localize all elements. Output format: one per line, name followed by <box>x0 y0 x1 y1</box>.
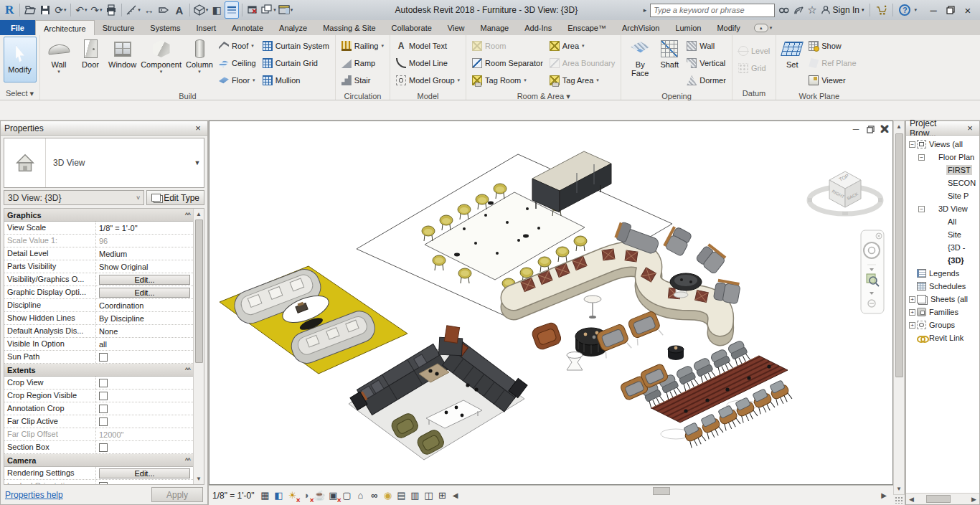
ribbon-button[interactable]: Component ▾ <box>139 37 183 73</box>
scroll-left-icon[interactable]: ◀ <box>450 491 461 499</box>
chevron-down-icon[interactable]: ▾ <box>862 7 864 13</box>
ribbon-button[interactable]: Ref Plane <box>806 55 858 72</box>
checkbox[interactable] <box>99 443 108 452</box>
browser-item[interactable]: Sheets (all <box>906 293 979 306</box>
help-icon[interactable]: ? <box>899 4 910 16</box>
ribbon-button[interactable]: Ramp▾ <box>339 55 386 72</box>
expand-toggle-icon[interactable] <box>918 206 925 212</box>
ribbon-button[interactable]: Railing▾ <box>339 37 386 55</box>
scroll-thumb[interactable] <box>895 133 903 377</box>
search-icon[interactable] <box>778 2 789 18</box>
temporary-hide-isolate-icon[interactable] <box>368 489 381 502</box>
browser-item[interactable]: Revit Link <box>906 331 979 344</box>
revit-logo-icon[interactable]: R <box>2 3 17 17</box>
thin-lines-icon[interactable] <box>225 1 239 19</box>
default-3d-view-icon[interactable]: ▾ <box>193 1 209 19</box>
section-header[interactable]: Graphics^^ <box>4 209 193 222</box>
expand-toggle-icon[interactable] <box>909 322 915 329</box>
ribbon-tab[interactable]: Manage <box>472 20 517 35</box>
ribbon-button[interactable]: Wall <box>684 37 728 55</box>
apply-button[interactable]: Apply <box>151 487 203 502</box>
ribbon-button[interactable]: Stair▾ <box>339 72 386 89</box>
expand-toggle-icon[interactable] <box>909 141 915 148</box>
tag-by-category-icon[interactable] <box>157 1 171 19</box>
lounge-chair[interactable] <box>695 242 727 275</box>
measure-icon[interactable]: ▾ <box>125 1 141 19</box>
print-icon[interactable] <box>104 1 118 19</box>
instance-selector[interactable]: 3D View: {3D}˅ <box>4 190 144 205</box>
section-header[interactable]: Camera^^ <box>4 454 193 467</box>
cylinder-side-table[interactable] <box>668 346 684 360</box>
shadows-icon[interactable] <box>300 489 313 502</box>
ribbon-button[interactable]: Roof▾ <box>217 37 258 55</box>
expand-toggle-icon[interactable] <box>909 309 915 316</box>
help-chevron-icon[interactable]: ▾ <box>914 7 917 13</box>
property-row[interactable]: Discipline Coordination Coordination <box>4 299 193 312</box>
locked-3d-view-icon[interactable] <box>354 489 367 502</box>
close-icon[interactable]: × <box>192 123 204 133</box>
ribbon-button[interactable]: Wall ▾ <box>44 37 74 73</box>
edit-button[interactable]: Edit... <box>99 468 190 478</box>
ribbon-tab[interactable]: ArchVision <box>614 20 667 35</box>
browser-item[interactable]: Schedules <box>906 280 979 293</box>
scroll-down-icon[interactable]: ▼ <box>894 483 905 494</box>
browser-item[interactable]: Legends <box>906 267 979 280</box>
edit-button[interactable]: Edit... <box>99 288 190 298</box>
navigation-bar[interactable] <box>861 230 884 313</box>
checkbox[interactable] <box>99 405 108 413</box>
ribbon-button[interactable]: Mullion▾ <box>260 72 331 89</box>
section-icon[interactable]: ◧ <box>209 1 224 19</box>
ribbon-button[interactable]: By Face <box>625 37 655 77</box>
minimize-button[interactable]: ─ <box>925 2 942 18</box>
user-interface-icon[interactable]: ▾ <box>278 1 294 19</box>
ribbon-tab[interactable]: Architecture <box>35 20 95 35</box>
canvas-horizontal-scrollbar[interactable]: ◀ ▶ <box>450 486 890 505</box>
visual-style-icon[interactable] <box>273 489 286 502</box>
infocenter-collapse-icon[interactable]: ▸ <box>644 2 647 18</box>
furniture-sofa-set-yellow-rug[interactable] <box>220 265 407 374</box>
undo-icon[interactable]: ↶▾ <box>74 1 88 19</box>
property-row[interactable]: Default Analysis Dis... None None <box>4 325 193 338</box>
scroll-left-icon[interactable]: ◀ <box>906 496 917 503</box>
sync-with-central-icon[interactable]: ⟳▾ <box>53 1 67 19</box>
ribbon-button[interactable]: Curtain System▾ <box>260 37 331 55</box>
checkbox[interactable] <box>99 353 108 362</box>
browser-item[interactable]: 3D View <box>906 202 979 215</box>
property-row[interactable]: Section Box <box>4 441 193 454</box>
ribbon-tab[interactable]: Annotate <box>224 20 271 35</box>
ribbon-tab[interactable]: Enscape™ <box>560 20 614 35</box>
checkbox[interactable] <box>99 392 108 400</box>
leather-chair[interactable] <box>531 321 562 351</box>
favorites-icon[interactable]: ☆ <box>807 2 816 18</box>
property-row[interactable]: Annotation Crop <box>4 402 193 415</box>
temporary-view-properties-icon[interactable] <box>395 489 408 502</box>
ribbon-button[interactable]: Viewer <box>806 72 858 89</box>
scroll-thumb[interactable] <box>926 495 951 503</box>
floor-lamp[interactable] <box>584 296 601 318</box>
modify-button[interactable]: Modify <box>4 37 37 82</box>
close-button[interactable]: × <box>959 2 976 18</box>
ribbon-button[interactable]: Floor▾ <box>217 72 258 89</box>
project-browser-header[interactable]: Project Brow... × <box>906 121 979 136</box>
view-restore-icon[interactable] <box>865 124 875 134</box>
ribbon-button[interactable]: Area▾ <box>547 37 617 55</box>
aligned-dimension-icon[interactable]: ↔ <box>142 1 156 19</box>
browser-item[interactable]: All <box>906 215 979 228</box>
property-row[interactable]: Far Clip Offset 12000" 12000" <box>4 428 193 441</box>
properties-scrollbar[interactable]: ▲ ▼ <box>193 209 204 484</box>
ribbon-button[interactable]: Shaft <box>656 37 682 77</box>
browser-item[interactable]: Floor Plan <box>906 151 979 164</box>
view-minimize-icon[interactable]: ─ <box>851 124 861 134</box>
ribbon-button[interactable]: Door ▾ <box>75 37 105 73</box>
ribbon-button[interactable]: Tag Room▾ <box>470 72 545 89</box>
scroll-right-icon[interactable]: ▶ <box>969 496 979 503</box>
ribbon-tab[interactable]: Collaborate <box>384 20 440 35</box>
property-row[interactable]: Visibility/Graphics O... Edit... Edit... <box>4 273 193 286</box>
view-scale-button[interactable]: 1/8" = 1'-0" <box>212 491 255 501</box>
close-icon[interactable]: × <box>964 123 976 133</box>
checkbox[interactable] <box>99 379 108 387</box>
scroll-up-icon[interactable]: ▲ <box>194 209 204 220</box>
detail-level-icon[interactable] <box>259 489 272 502</box>
redo-icon[interactable]: ↷▾ <box>89 1 103 19</box>
exchange-apps-icon[interactable] <box>876 2 887 18</box>
